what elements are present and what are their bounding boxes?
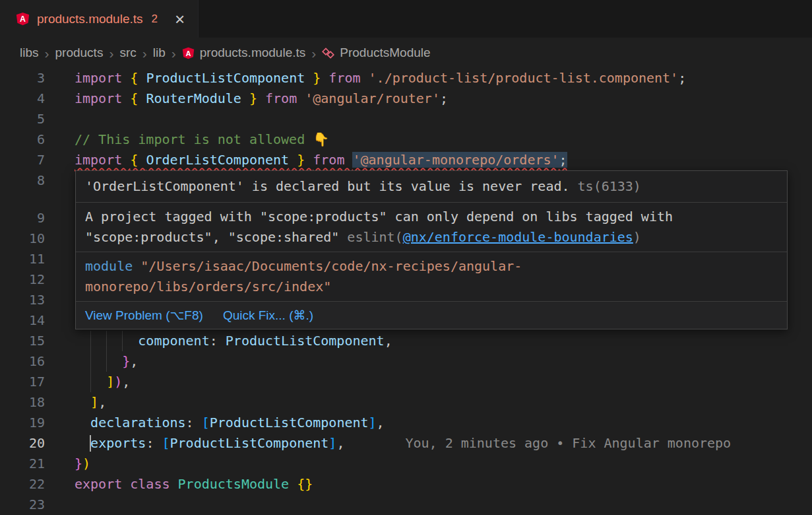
module-path: "/Users/isaac/Documents/code/nx-recipes/… — [133, 258, 522, 274]
code-token: , — [122, 374, 130, 390]
code-token: from — [265, 90, 305, 106]
code-token: } — [75, 456, 82, 471]
code-token: { — [130, 152, 146, 168]
eslint-message-line2: "scope:products", "scope:shared" eslint(… — [85, 227, 778, 248]
code-token: import — [75, 152, 130, 168]
code-token: } — [305, 70, 328, 86]
hover-actions: View Problem (⌥F8) Quick Fix... (⌘.) — [76, 302, 787, 329]
line-number[interactable]: 17 — [0, 372, 45, 392]
code-token: [ — [162, 435, 170, 451]
line-number[interactable]: 5 — [0, 109, 45, 129]
view-problem-link[interactable]: View Problem (⌥F8) — [85, 305, 203, 326]
code-token — [289, 476, 297, 492]
code-token: ] — [369, 415, 377, 430]
ts-diagnostic-code: ts(6133) — [578, 178, 641, 194]
code-line-18[interactable]: ], — [75, 392, 106, 413]
line-number[interactable]: 23 — [0, 495, 45, 515]
line-number[interactable]: 3 — [0, 68, 45, 88]
code-token — [75, 394, 90, 410]
code-line-21[interactable]: }) — [75, 454, 90, 474]
code-token: [ — [202, 415, 210, 430]
code-token: component — [138, 333, 209, 349]
module-keyword: module — [85, 258, 133, 274]
code-token: ) — [82, 456, 90, 471]
line-number[interactable]: 20 — [0, 433, 45, 454]
code-token: } — [122, 353, 130, 369]
eslint-rule-link[interactable]: @nx/enforce-module-boundaries — [403, 229, 633, 245]
code-token: ProductsModule — [178, 476, 290, 492]
code-token: ] — [90, 394, 98, 410]
ts-diagnostic-message: 'OrderListComponent' is declared but its… — [85, 178, 570, 194]
code-token: {} — [297, 476, 313, 492]
module-info-line1: module "/Users/isaac/Documents/code/nx-r… — [85, 256, 778, 277]
code-token: : — [186, 415, 202, 430]
module-info-line2: monorepo/libs/orders/src/index" — [85, 277, 778, 297]
code-token: import — [75, 70, 130, 86]
line-number[interactable]: 8 — [0, 170, 45, 191]
line-number[interactable]: 13 — [0, 290, 45, 310]
indent-guide — [106, 331, 107, 372]
code-token: { — [130, 70, 146, 86]
code-token: '@angular/router' — [305, 90, 440, 106]
code-token: , — [130, 353, 138, 369]
line-number[interactable]: 16 — [0, 351, 45, 372]
code-token: , — [336, 435, 344, 451]
code-token: ProductListComponent — [146, 70, 305, 86]
code-token: exports — [90, 435, 146, 451]
code-token: OrderListComponent — [146, 152, 289, 168]
code-token: './product-list/product-list.component' — [369, 70, 679, 86]
code-token: declarations — [90, 415, 186, 430]
eslint-message-text: "scope:products", "scope:shared" — [85, 229, 347, 245]
line-number[interactable]: 19 — [0, 413, 45, 433]
line-number[interactable]: 14 — [0, 310, 45, 331]
code-token: , — [377, 415, 385, 430]
code-token: ; — [440, 90, 448, 106]
code-token: : — [146, 435, 162, 451]
code-line-4[interactable]: import { RouterModule } from '@angular/r… — [75, 88, 448, 109]
code-line-17[interactable]: ]), — [75, 372, 130, 392]
line-number[interactable]: 9 — [0, 208, 45, 228]
code-line-20[interactable]: exports: [ProductListComponent],You, 2 m… — [75, 433, 731, 454]
text-cursor — [90, 435, 91, 452]
code-line-3[interactable]: import { ProductListComponent } from './… — [75, 68, 686, 88]
code-token: export class — [75, 476, 178, 492]
code-token: ; — [678, 70, 686, 86]
line-number[interactable]: 4 — [0, 88, 45, 109]
module-info-row: module "/Users/isaac/Documents/code/nx-r… — [76, 252, 787, 302]
code-line-22[interactable]: export class ProductsModule {} — [75, 474, 313, 495]
code-token: ; — [559, 152, 567, 168]
line-number[interactable]: 21 — [0, 454, 45, 474]
line-number[interactable]: 18 — [0, 392, 45, 413]
error-hover-popup: 'OrderListComponent' is declared but its… — [75, 170, 788, 329]
code-editor: 34567891011121314151617181920212223 impo… — [0, 0, 812, 515]
line-number[interactable]: 15 — [0, 331, 45, 351]
eslint-source: eslint( — [347, 229, 402, 245]
line-number[interactable]: 12 — [0, 269, 45, 290]
code-token: import — [75, 90, 130, 106]
code-line-7[interactable]: import { OrderListComponent } from '@ang… — [75, 150, 567, 170]
code-token: '@angular-monorepo/orders' — [352, 152, 559, 168]
indent-guide — [90, 331, 91, 392]
line-number[interactable]: 10 — [0, 228, 45, 249]
code-token: ProductListComponent — [170, 435, 329, 451]
line-number[interactable]: 7 — [0, 150, 45, 170]
line-number[interactable]: 22 — [0, 474, 45, 495]
eslint-diagnostic-row: A project tagged with "scope:products" c… — [76, 203, 787, 252]
indent-guide — [122, 331, 123, 351]
line-number[interactable]: 6 — [0, 129, 45, 150]
code-line-19[interactable]: declarations: [ProductListComponent], — [75, 413, 385, 433]
code-token: RouterModule — [146, 90, 241, 106]
code-token: ) — [114, 374, 122, 390]
code-token: ] — [106, 374, 114, 390]
code-token — [75, 415, 90, 430]
git-blame-annotation: You, 2 minutes ago • Fix Angular monorep… — [405, 435, 731, 451]
code-token — [75, 435, 90, 451]
eslint-message-line1: A project tagged with "scope:products" c… — [85, 207, 778, 227]
code-token: 👇 — [313, 131, 329, 147]
code-token — [75, 353, 122, 369]
line-number[interactable]: 11 — [0, 249, 45, 269]
quick-fix-link[interactable]: Quick Fix... (⌘.) — [223, 305, 313, 326]
ts-diagnostic-row: 'OrderListComponent' is declared but its… — [76, 171, 787, 203]
code-line-6[interactable]: // This import is not allowed 👇 — [75, 129, 329, 150]
code-token: , — [98, 394, 106, 410]
